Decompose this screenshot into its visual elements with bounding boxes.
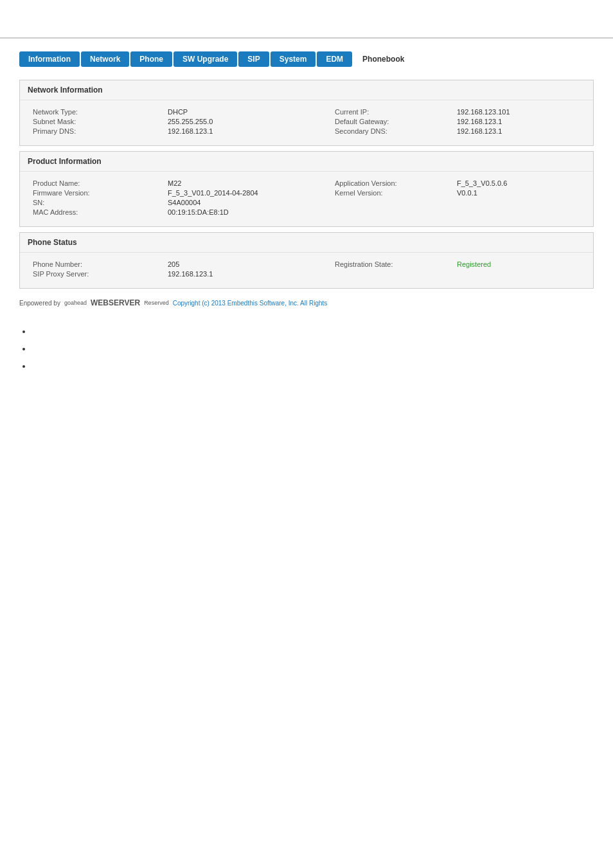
placeholder-label2 — [335, 208, 450, 216]
network-information-section: Network Information Network Type: DHCP C… — [19, 80, 594, 146]
current-ip-label: Current IP: — [335, 108, 450, 116]
sn-label: SN: — [33, 199, 161, 206]
registration-state-label: Registration State: — [335, 260, 450, 268]
tab-phone[interactable]: Phone — [130, 51, 172, 67]
phone-info-grid: Phone Number: 205 Registration State: Re… — [33, 258, 580, 280]
subnet-mask-value: 255.255.255.0 — [168, 118, 328, 125]
placeholder-label1 — [335, 199, 450, 206]
app-version-label: Application Version: — [335, 179, 450, 187]
product-name-value: M22 — [168, 179, 328, 187]
network-type-label: Network Type: — [33, 108, 161, 116]
default-gateway-value: 192.168.123.1 — [457, 118, 585, 125]
subnet-mask-label: Subnet Mask: — [33, 118, 161, 125]
phone-number-value: 205 — [168, 260, 328, 268]
footer-brand: WEBSERVER — [91, 298, 140, 307]
kernel-version-label: Kernel Version: — [335, 189, 450, 197]
footer-brand-super: goahead — [64, 300, 87, 306]
secondary-dns-value: 192.168.123.1 — [457, 127, 585, 135]
tab-phonebook[interactable]: Phonebook — [353, 51, 413, 67]
sip-proxy-value: 192.168.123.1 — [168, 270, 328, 278]
tab-system[interactable]: System — [271, 51, 316, 67]
registration-state-value: Registered — [457, 260, 585, 268]
phone-status-section: Phone Status Phone Number: 205 Registrat… — [19, 232, 594, 289]
secondary-dns-label: Secondary DNS: — [335, 127, 450, 135]
placeholder-label3 — [335, 270, 450, 278]
tab-sip[interactable]: SIP — [238, 51, 269, 67]
placeholder-value1 — [457, 199, 585, 206]
product-info-grid: Product Name: M22 Application Version: F… — [33, 177, 580, 219]
primary-dns-label: Primary DNS: — [33, 127, 161, 135]
tab-bar: Information Network Phone SW Upgrade SIP… — [19, 51, 594, 67]
sn-value: S4A00004 — [168, 199, 328, 206]
primary-dns-value: 192.168.123.1 — [168, 127, 328, 135]
network-info-grid: Network Type: DHCP Current IP: 192.168.1… — [33, 105, 580, 138]
placeholder-value3 — [457, 270, 585, 278]
firmware-version-label: Firmware Version: — [33, 189, 161, 197]
phone-section-header: Phone Status — [20, 233, 593, 252]
product-information-section: Product Information Product Name: M22 Ap… — [19, 151, 594, 227]
main-content: Information Network Phone SW Upgrade SIP… — [0, 39, 613, 392]
current-ip-value: 192.168.123.101 — [457, 108, 585, 116]
phone-number-label: Phone Number: — [33, 260, 161, 268]
footer-powered-by: Enpowered by — [19, 300, 60, 307]
firmware-version-value: F_5_3_V01.0_2014-04-2804 — [168, 189, 328, 197]
tab-network[interactable]: Network — [81, 51, 129, 67]
network-section-header: Network Information — [20, 80, 593, 100]
top-bar — [0, 0, 613, 39]
bullet-item-1 — [32, 327, 594, 336]
product-name-label: Product Name: — [33, 179, 161, 187]
placeholder-value2 — [457, 208, 585, 216]
network-type-value: DHCP — [168, 108, 328, 116]
tab-edm[interactable]: EDM — [317, 51, 352, 67]
footer-copyright: Copyright (c) 2013 Embedthis Software, I… — [173, 300, 328, 307]
app-version-value: F_5_3_V0.5.0.6 — [457, 179, 585, 187]
phone-section-body: Phone Number: 205 Registration State: Re… — [20, 253, 593, 288]
default-gateway-label: Default Gateway: — [335, 118, 450, 125]
mac-address-value: 00:19:15:DA:E8:1D — [168, 208, 328, 216]
tab-information[interactable]: Information — [19, 51, 80, 67]
network-section-body: Network Type: DHCP Current IP: 192.168.1… — [20, 100, 593, 145]
product-section-header: Product Information — [20, 152, 593, 171]
footer: Enpowered by goahead WEBSERVER Reserved … — [19, 298, 594, 307]
bullet-item-2 — [32, 344, 594, 354]
sip-proxy-label: SIP Proxy Server: — [33, 270, 161, 278]
product-section-body: Product Name: M22 Application Version: F… — [20, 172, 593, 226]
footer-reserved: Reserved — [144, 300, 169, 306]
mac-address-label: MAC Address: — [33, 208, 161, 216]
tab-sw-upgrade[interactable]: SW Upgrade — [173, 51, 237, 67]
bullet-list — [19, 327, 594, 371]
bullet-item-3 — [32, 361, 594, 371]
kernel-version-value: V0.0.1 — [457, 189, 585, 197]
